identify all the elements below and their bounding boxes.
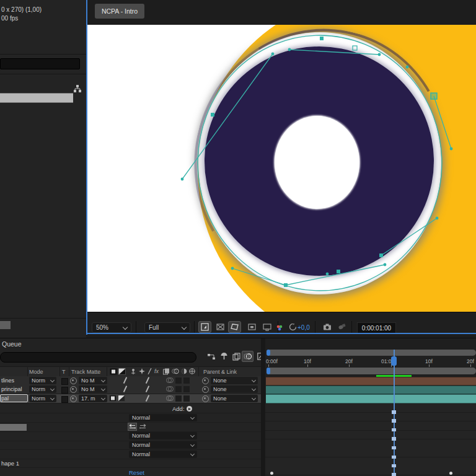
mode-dropdown[interactable]: Norm — [29, 386, 56, 393]
grid-guides-options-button[interactable] — [198, 321, 211, 333]
parent-pickwhip-icon[interactable] — [202, 386, 209, 393]
collapse-switch-icon[interactable] — [122, 386, 128, 392]
playhead-handle[interactable] — [391, 356, 397, 366]
layer-row-2[interactable]: principal Norm No M None — [0, 385, 261, 394]
layer-row-1[interactable]: tlines Norm No M None — [0, 376, 261, 386]
parent-dropdown[interactable]: None — [211, 386, 258, 393]
show-channel-icon[interactable] — [273, 322, 286, 333]
time-navigator-bar[interactable] — [267, 350, 476, 356]
layer-duration-bar-2[interactable] — [266, 386, 476, 394]
project-selected-row[interactable] — [0, 93, 73, 103]
layer-name[interactable]: principal — [1, 386, 22, 392]
time-navigator-start-handle[interactable] — [267, 350, 270, 356]
shape-add-control[interactable]: Add: — [172, 405, 192, 412]
divider — [0, 459, 261, 459]
blend-mode-dropdown-4[interactable]: Normal — [129, 451, 197, 458]
parent-dropdown[interactable]: None — [211, 377, 258, 384]
layer-row-3-selected[interactable]: pal Norm 17. m None — [0, 394, 261, 403]
layer-name[interactable]: pal — [1, 395, 9, 402]
project-search-input[interactable] — [0, 58, 80, 69]
layer-name[interactable]: tlines — [1, 377, 14, 384]
layer-duration-bar-1[interactable] — [266, 377, 476, 386]
reverse-path-toggle-icon[interactable] — [128, 423, 137, 431]
matte-pickwhip-icon[interactable] — [70, 377, 77, 384]
tab-ncpa-intro[interactable]: NCPA - Intro — [95, 4, 144, 19]
blend-mode-dropdown-3[interactable]: Normal — [129, 441, 197, 449]
chevron-down-icon — [252, 387, 256, 391]
transparency-grid-button[interactable] — [214, 321, 227, 333]
track-matte-dropdown[interactable]: No M — [79, 377, 107, 384]
timecode-field[interactable]: 0:00:01:00 — [357, 322, 396, 333]
mode-dropdown[interactable]: Norm — [29, 377, 56, 384]
region-of-interest-button[interactable] — [245, 321, 258, 333]
add-menu-icon[interactable] — [187, 406, 192, 412]
switch-cell[interactable] — [183, 377, 190, 384]
switch-cell[interactable] — [175, 395, 182, 402]
layer-duration-bar-3-selected[interactable] — [266, 394, 476, 403]
preserve-transparency-checkbox[interactable] — [61, 387, 68, 394]
work-area-bar[interactable] — [267, 368, 476, 374]
ruler-label: 0:00f — [266, 358, 278, 364]
chevron-down-icon — [50, 396, 55, 400]
property-value-chip[interactable] — [0, 424, 27, 431]
shape-group-label[interactable]: hape 1 — [1, 460, 19, 467]
motion-blur-switch-icon[interactable] — [166, 377, 173, 383]
quality-switch-icon[interactable] — [144, 395, 150, 401]
switch-cell[interactable] — [183, 386, 190, 392]
switch-cell[interactable] — [175, 377, 182, 384]
switch-cell[interactable] — [175, 386, 182, 392]
reset-link[interactable]: Reset — [129, 469, 144, 476]
flowchart-icon[interactable] — [73, 84, 82, 93]
luma-matte-toggle-icon[interactable] — [118, 395, 125, 402]
quality-switch-icon[interactable] — [144, 377, 150, 383]
resolution-dropdown[interactable]: Full — [144, 322, 190, 333]
keyframe-dot[interactable] — [270, 472, 273, 475]
chevron-down-icon — [190, 433, 195, 438]
ruler-tick — [470, 364, 471, 367]
preserve-transparency-checkbox[interactable] — [61, 396, 68, 403]
exposure-value[interactable]: +0,0 — [298, 324, 310, 331]
divider — [194, 321, 195, 333]
pixel-aspect-correction-button[interactable] — [260, 321, 273, 333]
resolution-value: Full — [149, 324, 159, 331]
parent-pickwhip-icon[interactable] — [202, 377, 209, 384]
show-snapshot-icon[interactable] — [335, 321, 348, 333]
mini-flowchart-icon[interactable] — [205, 351, 217, 362]
motion-blur-icon[interactable] — [242, 351, 253, 362]
ruler-tick — [268, 364, 269, 367]
shy-layers-icon[interactable] — [218, 351, 230, 362]
parent-value: None — [213, 386, 227, 392]
composition-canvas[interactable] — [87, 25, 476, 312]
parent-pickwhip-icon[interactable] — [202, 395, 209, 402]
forward-path-toggle-icon[interactable] — [138, 423, 148, 431]
track-matte-dropdown[interactable]: 17. m — [79, 395, 107, 402]
magnification-dropdown[interactable]: 50% — [92, 322, 131, 333]
quality-switch-icon[interactable] — [144, 386, 150, 392]
project-footer-button[interactable] — [0, 321, 11, 329]
frame-blending-icon[interactable] — [231, 351, 242, 362]
switch-cell[interactable] — [183, 395, 190, 402]
blend-mode-dropdown-1[interactable]: Normal — [129, 414, 197, 421]
blend-mode-dropdown-2[interactable]: Normal — [129, 432, 197, 439]
time-ruler[interactable]: 0:00f 10f 20f 01:00f 10f 20f — [265, 356, 476, 367]
preserve-transparency-checkbox[interactable] — [61, 378, 68, 385]
matte-pickwhip-icon[interactable] — [70, 386, 77, 393]
track-matte-dropdown[interactable]: No M — [79, 386, 107, 393]
mode-value: Norm — [32, 377, 45, 384]
motion-blur-switch-icon[interactable] — [166, 386, 173, 392]
timeline-search-input[interactable] — [0, 352, 196, 363]
bezier-path-overlay[interactable] — [87, 25, 476, 312]
tab-render-queue[interactable]: Queue — [2, 340, 22, 348]
matte-pickwhip-icon[interactable] — [70, 395, 77, 402]
motion-blur-switch-icon[interactable] — [166, 395, 173, 401]
mask-path-visibility-button[interactable] — [228, 321, 241, 333]
mode-dropdown[interactable]: Norm — [29, 395, 56, 402]
chevron-down-icon — [190, 415, 195, 420]
work-area-start-handle[interactable] — [267, 368, 270, 374]
parent-dropdown[interactable]: None — [211, 395, 258, 402]
keyframe-dot[interactable] — [449, 472, 452, 475]
snapshot-camera-icon[interactable] — [320, 321, 333, 333]
collapse-switch-icon[interactable] — [122, 377, 128, 383]
collapse-icon — [130, 368, 136, 375]
alpha-matte-toggle-icon[interactable] — [109, 395, 117, 402]
